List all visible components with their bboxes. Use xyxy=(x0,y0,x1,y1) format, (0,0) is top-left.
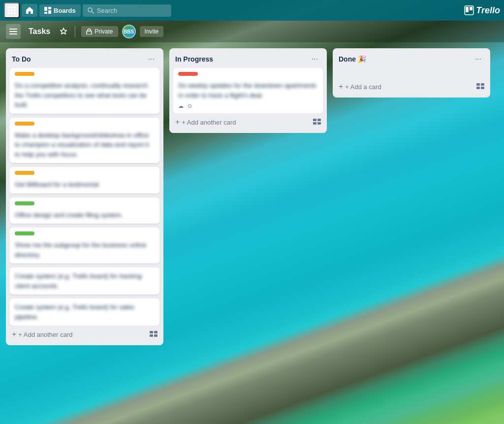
board-nav: Tasks Private BBS Invite xyxy=(0,21,504,42)
svg-rect-34 xyxy=(481,87,484,89)
svg-rect-33 xyxy=(476,87,480,89)
svg-rect-10 xyxy=(48,7,51,9)
nav-divider xyxy=(75,26,75,37)
card-label xyxy=(178,72,198,76)
card[interactable]: Do a competitive analysis, continually r… xyxy=(10,68,159,114)
card-text: Show me the subgroup for the business on… xyxy=(15,240,155,260)
svg-rect-28 xyxy=(317,119,321,121)
card[interactable]: Make a desktop background/slideshow in o… xyxy=(10,118,159,163)
add-card-plus: + xyxy=(175,118,180,126)
svg-rect-1 xyxy=(11,6,13,8)
home-button[interactable] xyxy=(22,4,37,17)
svg-rect-18 xyxy=(9,29,17,30)
add-card-btn-done[interactable]: + + Add a card xyxy=(337,80,486,94)
list-menu-btn-done[interactable]: ··· xyxy=(472,54,484,64)
top-nav: Boards Search Trello xyxy=(0,0,504,21)
list-header-inprogress: In Progress ··· xyxy=(173,52,323,68)
card-text: Office design and create filing system. xyxy=(15,210,155,220)
board-title[interactable]: Tasks xyxy=(25,25,54,38)
svg-rect-2 xyxy=(14,6,16,8)
list-header-todo: To Do ··· xyxy=(10,52,159,68)
card-label xyxy=(15,72,34,76)
svg-rect-16 xyxy=(466,7,469,12)
svg-line-14 xyxy=(92,11,94,13)
search-placeholder: Search xyxy=(97,7,117,14)
svg-rect-7 xyxy=(11,12,13,14)
add-card-label: + Add another card xyxy=(182,119,236,126)
list-title-todo: To Do xyxy=(12,55,31,63)
svg-rect-31 xyxy=(476,83,480,86)
add-card-label: + Add a card xyxy=(345,83,381,91)
visibility-label: Private xyxy=(94,28,113,35)
add-card-left: + + Add another card xyxy=(175,118,236,126)
trello-logo-text: Trello xyxy=(476,5,500,16)
svg-rect-0 xyxy=(8,6,10,8)
list-inprogress: In Progress ··· Do weekly updates for th… xyxy=(169,48,327,133)
card-label xyxy=(15,122,34,126)
search-box[interactable]: Search xyxy=(83,4,171,17)
card-text: Make a desktop background/slideshow in o… xyxy=(15,130,155,160)
trello-logo: Trello xyxy=(464,5,500,16)
grid-menu-button[interactable] xyxy=(4,2,20,18)
svg-rect-22 xyxy=(87,31,92,34)
card-template-icon xyxy=(313,118,321,126)
avatar: BBS xyxy=(122,25,136,38)
card-template-icon xyxy=(476,83,484,91)
card-text: Create system (e.g. Trello board) for tr… xyxy=(15,271,155,291)
card[interactable]: Get Billboard for a testimonial xyxy=(10,167,159,194)
cards-container-inprogress: Do weekly updates for the downtown apart… xyxy=(173,68,323,113)
invite-button[interactable]: Invite xyxy=(140,26,164,37)
boards-button[interactable]: Boards xyxy=(39,4,81,17)
card-text: Do weekly updates for the downtown apart… xyxy=(178,81,318,100)
svg-rect-9 xyxy=(44,7,47,11)
svg-rect-8 xyxy=(14,12,16,14)
cards-container-done xyxy=(337,68,486,78)
svg-rect-5 xyxy=(14,9,16,11)
svg-rect-26 xyxy=(154,334,158,337)
cards-container-todo: Do a competitive analysis, continually r… xyxy=(10,68,159,326)
list-title-done: Done 🎉 xyxy=(339,55,366,63)
add-card-left: + + Add another card xyxy=(12,330,73,338)
card[interactable]: Create system (e.g. Trello board) for tr… xyxy=(10,267,159,294)
svg-rect-20 xyxy=(9,33,17,34)
board-menu-button[interactable] xyxy=(6,24,21,39)
card-label xyxy=(15,231,34,235)
card-footer-icon: ⊙ xyxy=(188,103,192,109)
card-template-icon xyxy=(150,330,158,338)
card[interactable]: Office design and create filing system. xyxy=(10,197,159,224)
card[interactable]: Show me the subgroup for the business on… xyxy=(10,228,159,263)
add-card-label: + Add another card xyxy=(18,331,72,338)
svg-marker-21 xyxy=(61,28,67,34)
add-card-left: + + Add a card xyxy=(339,83,381,91)
card[interactable]: Do weekly updates for the downtown apart… xyxy=(173,68,323,113)
card-text: Get Billboard for a testimonial xyxy=(15,180,155,190)
svg-rect-27 xyxy=(313,119,316,121)
card-label xyxy=(15,171,34,175)
card-label xyxy=(15,201,34,205)
svg-rect-29 xyxy=(313,122,316,125)
list-done: Done 🎉 ··· + + Add a card xyxy=(333,48,490,98)
svg-rect-25 xyxy=(150,334,153,337)
svg-rect-24 xyxy=(154,331,158,333)
card[interactable]: Create system (e.g. Trello board) for sa… xyxy=(10,298,159,326)
list-menu-btn-todo[interactable]: ··· xyxy=(145,54,158,64)
svg-rect-4 xyxy=(11,9,13,11)
svg-rect-12 xyxy=(48,10,51,14)
svg-rect-6 xyxy=(8,12,10,14)
visibility-button[interactable]: Private xyxy=(81,26,118,37)
card-footer: ☁⊙ xyxy=(178,103,318,109)
svg-rect-17 xyxy=(470,7,472,10)
card-footer-icon: ☁ xyxy=(178,103,184,109)
star-button[interactable] xyxy=(58,26,69,38)
add-card-btn-inprogress[interactable]: + + Add another card xyxy=(173,115,323,129)
list-todo: To Do ··· Do a competitive analysis, con… xyxy=(6,48,163,345)
board-content: To Do ··· Do a competitive analysis, con… xyxy=(0,42,504,424)
invite-label: Invite xyxy=(145,28,159,35)
svg-rect-3 xyxy=(8,9,10,11)
add-card-plus: + xyxy=(339,83,343,91)
list-header-done: Done 🎉 ··· xyxy=(337,52,486,68)
top-nav-right: Trello xyxy=(464,5,500,16)
list-menu-btn-inprogress[interactable]: ··· xyxy=(309,54,321,64)
card-text: Do a competitive analysis, continually r… xyxy=(15,81,155,110)
add-card-btn-todo[interactable]: + + Add another card xyxy=(10,327,159,341)
